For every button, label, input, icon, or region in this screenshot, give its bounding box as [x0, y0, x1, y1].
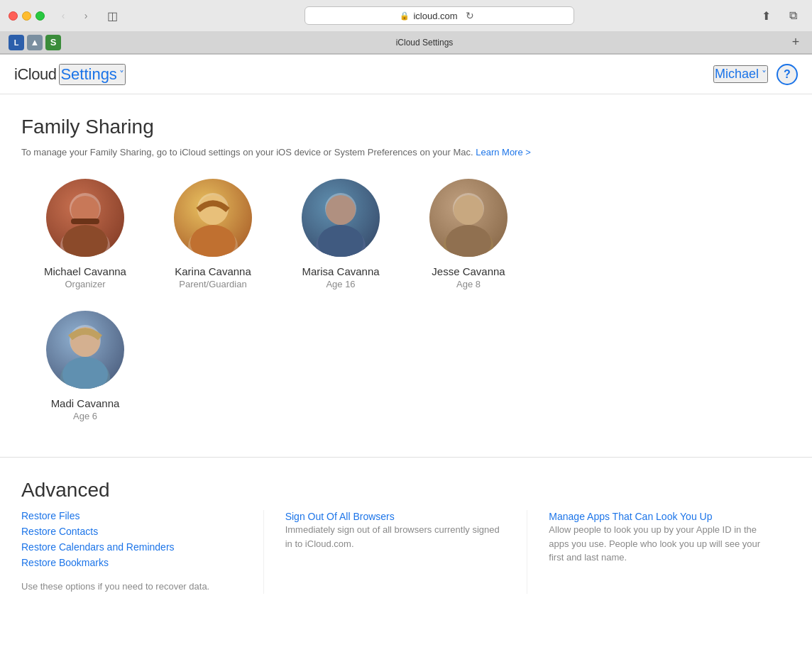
icloud-nav: iCloud Settings ˅ [14, 64, 126, 85]
advanced-col-signout: Sign Out Of All Browsers Immediately sig… [285, 510, 528, 594]
family-member-madi: Madi Cavanna Age 6 [21, 311, 149, 421]
user-name: Michael [715, 67, 759, 82]
member-role-jesse: Age 8 [456, 279, 481, 289]
member-name-karina: Karina Cavanna [175, 265, 251, 277]
toolbar-right: ⬆ ⧉ [755, 7, 803, 24]
family-sharing-description: To manage your Family Sharing, go to iCl… [21, 147, 791, 157]
advanced-col-restore: Restore Files Restore Contacts Restore C… [21, 510, 264, 594]
reload-button[interactable]: ↻ [461, 7, 478, 24]
maximize-button[interactable] [35, 11, 45, 21]
restore-description: Use these options if you need to recover… [21, 580, 242, 594]
member-role-madi: Age 6 [73, 411, 97, 421]
user-dropdown-button[interactable]: Michael ˅ [713, 65, 768, 83]
settings-chevron-icon: ˅ [119, 69, 124, 80]
restore-contacts-link[interactable]: Restore Contacts [21, 526, 242, 537]
share-button[interactable]: ⬆ [755, 7, 777, 24]
advanced-links-list: Restore Files Restore Contacts Restore C… [21, 510, 242, 568]
tab-bar: L ▲ S iCloud Settings + [0, 31, 812, 54]
svg-point-15 [454, 195, 483, 225]
settings-dropdown-button[interactable]: Settings ˅ [59, 64, 126, 85]
url-text: icloud.com [413, 11, 457, 21]
extension-l[interactable]: L [9, 35, 24, 50]
member-name-madi: Madi Cavanna [51, 397, 120, 409]
extension-arrow[interactable]: ▲ [27, 35, 43, 50]
restore-calendars-link[interactable]: Restore Calendars and Reminders [21, 541, 242, 553]
avatar-madi [46, 311, 124, 389]
sign-out-description: Immediately sign out of all browsers cur… [285, 523, 506, 551]
svg-point-12 [318, 225, 363, 257]
sidebar-toggle-button[interactable]: ◫ [102, 7, 123, 24]
minimize-button[interactable] [22, 11, 31, 21]
browser-chrome: ‹ › ◫ 🔒 icloud.com ↻ ⬆ ⧉ L ▲ S iCloud Se… [0, 0, 812, 55]
restore-files-link[interactable]: Restore Files [21, 510, 242, 521]
svg-point-11 [326, 195, 356, 225]
settings-label: Settings [60, 65, 117, 84]
member-name-michael: Michael Cavanna [44, 265, 126, 277]
svg-point-3 [62, 225, 108, 257]
family-member-michael: Michael Cavanna Organizer [21, 179, 149, 289]
advanced-col-manage: Manage Apps That Can Look You Up Allow p… [549, 510, 791, 594]
restore-bookmarks-link[interactable]: Restore Bookmarks [21, 557, 242, 568]
nav-buttons: ‹ › [53, 9, 96, 23]
family-sharing-title: Family Sharing [21, 116, 791, 138]
member-role-michael: Organizer [65, 279, 105, 289]
user-chevron-icon: ˅ [762, 69, 767, 80]
svg-point-20 [62, 357, 108, 389]
advanced-columns: Restore Files Restore Contacts Restore C… [21, 510, 791, 594]
manage-apps-description: Allow people to look you up by your Appl… [549, 523, 769, 565]
new-tab-button[interactable]: + [788, 35, 803, 50]
manage-apps-link[interactable]: Manage Apps That Can Look You Up [549, 511, 712, 522]
svg-point-8 [190, 225, 236, 257]
family-members-row2: Madi Cavanna Age 6 [21, 311, 791, 443]
member-role-marisa: Age 16 [326, 279, 355, 289]
back-button[interactable]: ‹ [53, 9, 73, 23]
sign-out-browsers-link[interactable]: Sign Out Of All Browsers [285, 511, 395, 522]
icloud-header: iCloud Settings ˅ Michael ˅ ? [0, 55, 812, 94]
close-button[interactable] [9, 11, 18, 21]
tab-title: iCloud Settings [64, 38, 785, 48]
family-sharing-section: Family Sharing To manage your Family Sha… [0, 94, 812, 458]
family-members-list: Michael Cavanna Organizer Karina Cavan [21, 179, 791, 311]
traffic-lights [9, 11, 45, 21]
member-role-karina: Parent/Guardian [179, 279, 246, 289]
avatar-michael [46, 179, 124, 257]
advanced-title: Advanced [21, 479, 791, 502]
svg-rect-4 [71, 219, 99, 224]
forward-button[interactable]: › [76, 9, 96, 23]
page: iCloud Settings ˅ Michael ˅ ? Family Sha… [0, 55, 812, 647]
icloud-logo: iCloud [14, 65, 56, 84]
member-name-marisa: Marisa Cavanna [302, 265, 379, 277]
lock-icon: 🔒 [400, 11, 410, 21]
avatar-jesse [429, 179, 508, 257]
main-content: Family Sharing To manage your Family Sha… [0, 94, 812, 647]
address-bar[interactable]: 🔒 icloud.com ↻ [304, 6, 574, 25]
family-member-marisa: Marisa Cavanna Age 16 [277, 179, 405, 289]
header-right: Michael ˅ ? [713, 64, 798, 85]
family-member-jesse: Jesse Cavanna Age 8 [405, 179, 532, 289]
svg-point-16 [446, 225, 491, 257]
avatar-marisa [302, 179, 380, 257]
avatar-karina [174, 179, 252, 257]
member-name-jesse: Jesse Cavanna [432, 265, 505, 277]
titlebar: ‹ › ◫ 🔒 icloud.com ↻ ⬆ ⧉ [0, 0, 812, 31]
extension-s[interactable]: S [45, 35, 61, 50]
address-bar-container: 🔒 icloud.com ↻ [128, 6, 750, 25]
learn-more-link[interactable]: Learn More > [476, 147, 531, 157]
advanced-section: Advanced Restore Files Restore Contacts … [0, 458, 812, 615]
help-button[interactable]: ? [777, 64, 798, 85]
new-window-button[interactable]: ⧉ [782, 7, 803, 24]
family-member-karina: Karina Cavanna Parent/Guardian [149, 179, 277, 289]
